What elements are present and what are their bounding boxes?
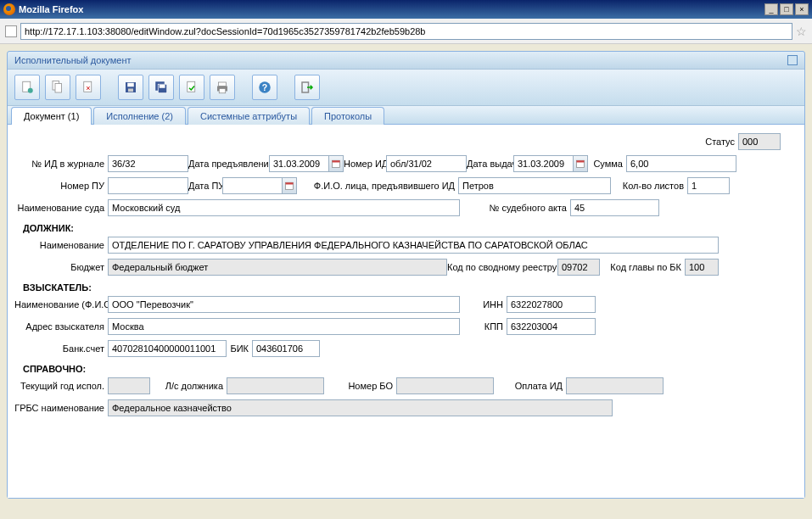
label-date-present: Дата предъявления ИД <box>188 159 269 169</box>
court-name-field[interactable] <box>108 199 460 216</box>
calendar-icon[interactable] <box>282 177 297 194</box>
label-id-journal: № ИД в журнале <box>14 159 108 169</box>
label-bank-acc: Банк.счет <box>14 343 108 354</box>
label-pu-number: Номер ПУ <box>14 181 108 191</box>
fio-presenter-field[interactable] <box>458 177 611 194</box>
oplata-id-field <box>566 377 664 394</box>
bk-head-field <box>685 259 719 276</box>
label-budget: Бюджет <box>14 262 108 272</box>
claimant-addr-field[interactable] <box>108 318 460 335</box>
panel-maximize-icon[interactable] <box>787 55 798 65</box>
bo-number-field <box>396 377 494 394</box>
label-bk-head: Код главы по БК <box>600 263 685 272</box>
label-court-act: № судебного акта <box>460 203 570 213</box>
panel-title: Исполнительный документ <box>14 55 132 65</box>
label-fio-presenter: Ф.И.О. лица, предъявившего ИД <box>297 181 458 191</box>
label-pu-date: Дата ПУ <box>188 181 222 191</box>
tab-system-attrs[interactable]: Системные аттрибуты <box>188 107 310 125</box>
print-button[interactable] <box>210 75 235 100</box>
bookmark-star-icon[interactable]: ☆ <box>796 25 807 38</box>
maximize-button[interactable]: □ <box>780 3 793 15</box>
window-titlebar: Mozilla Firefox _ □ × <box>0 0 812 19</box>
label-date-issue: Дата выдачи <box>467 159 513 169</box>
label-svod-code: Код по сводному реестру <box>447 263 557 272</box>
tab-protocols[interactable]: Протоколы <box>311 107 384 125</box>
panel-header: Исполнительный документ <box>8 52 804 70</box>
svg-rect-24 <box>286 182 294 184</box>
label-claimant-addr: Адрес взыскателя <box>14 322 108 332</box>
bank-acc-field[interactable] <box>108 340 227 357</box>
svg-rect-8 <box>128 89 133 92</box>
status-field <box>738 133 781 150</box>
url-input[interactable] <box>20 23 792 40</box>
save-all-button[interactable] <box>148 75 174 100</box>
pu-date-field[interactable] <box>222 177 282 194</box>
bik-field[interactable] <box>252 340 320 357</box>
date-issue-field[interactable] <box>513 155 573 172</box>
svg-rect-22 <box>577 160 585 162</box>
sheets-field[interactable] <box>687 177 730 194</box>
budget-field <box>108 259 447 276</box>
svg-rect-15 <box>219 89 226 93</box>
firefox-icon <box>3 3 15 15</box>
svod-code-field <box>557 259 600 276</box>
main-panel: Исполнительный документ × ? Документ (1)… <box>7 51 805 499</box>
label-claimant-name: Наименование (Ф.И.О.) <box>14 300 108 310</box>
minimize-button[interactable]: _ <box>764 3 778 15</box>
label-kpp: КПП <box>460 321 507 332</box>
label-grbs-name: ГРБС наименование <box>14 404 108 413</box>
kpp-field[interactable] <box>507 318 596 335</box>
copy-doc-button[interactable] <box>45 75 70 100</box>
label-court-name: Наименование суда <box>14 204 108 213</box>
label-inn: ИНН <box>460 299 507 310</box>
ls-debtor-field <box>227 377 324 394</box>
label-current-year: Текущий год испол. <box>14 382 108 391</box>
svg-text:×: × <box>86 84 90 92</box>
inn-field[interactable] <box>507 296 596 313</box>
label-ls-debtor: Л/с должника <box>150 381 227 391</box>
exit-button[interactable] <box>294 75 320 100</box>
debtor-name-field[interactable] <box>108 237 719 254</box>
section-claimant: ВЗЫСКАТЕЛЬ: <box>23 282 798 293</box>
approve-button[interactable] <box>179 75 204 100</box>
label-status: Статус <box>705 137 738 147</box>
delete-doc-button[interactable]: × <box>76 75 101 100</box>
address-bar: ☆ <box>0 19 812 44</box>
sum-field[interactable] <box>626 155 736 172</box>
claimant-name-field[interactable] <box>108 296 460 313</box>
page-icon <box>5 25 17 37</box>
svg-text:?: ? <box>262 82 267 92</box>
save-button[interactable] <box>118 75 143 100</box>
label-id-number: Номер ИД <box>344 159 386 169</box>
calendar-icon[interactable] <box>573 155 588 172</box>
help-button[interactable]: ? <box>252 75 277 100</box>
label-sheets: Кол-во листов <box>611 181 687 191</box>
id-number-field[interactable] <box>386 155 467 172</box>
svg-rect-11 <box>160 85 165 88</box>
calendar-icon[interactable] <box>328 155 344 172</box>
court-act-field[interactable] <box>570 199 659 216</box>
pu-number-field[interactable] <box>108 177 188 194</box>
label-bik: БИК <box>227 343 252 354</box>
id-journal-field[interactable] <box>108 155 188 172</box>
label-sum: Сумма <box>588 159 626 169</box>
label-oplata-id: Оплата ИД <box>494 381 566 391</box>
svg-rect-20 <box>333 160 340 162</box>
label-debtor-name: Наименование <box>14 240 108 250</box>
toolbar: × ? <box>8 70 804 106</box>
date-present-field[interactable] <box>269 155 328 172</box>
form-area: Статус № ИД в журнале Дата предъявления … <box>8 125 804 498</box>
grbs-name-field <box>108 399 613 416</box>
svg-point-1 <box>28 88 33 93</box>
svg-rect-3 <box>55 84 62 93</box>
tab-document[interactable]: Документ (1) <box>11 107 92 125</box>
section-debtor: ДОЛЖНИК: <box>23 223 798 233</box>
section-reference: СПРАВОЧНО: <box>23 364 798 374</box>
current-year-field <box>108 377 150 394</box>
svg-rect-7 <box>127 83 134 87</box>
window-title: Mozilla Firefox <box>19 4 83 14</box>
tab-execution[interactable]: Исполнение (2) <box>93 107 186 125</box>
close-button[interactable]: × <box>795 3 809 15</box>
new-doc-button[interactable] <box>14 75 40 100</box>
label-bo-number: Номер БО <box>324 381 396 391</box>
